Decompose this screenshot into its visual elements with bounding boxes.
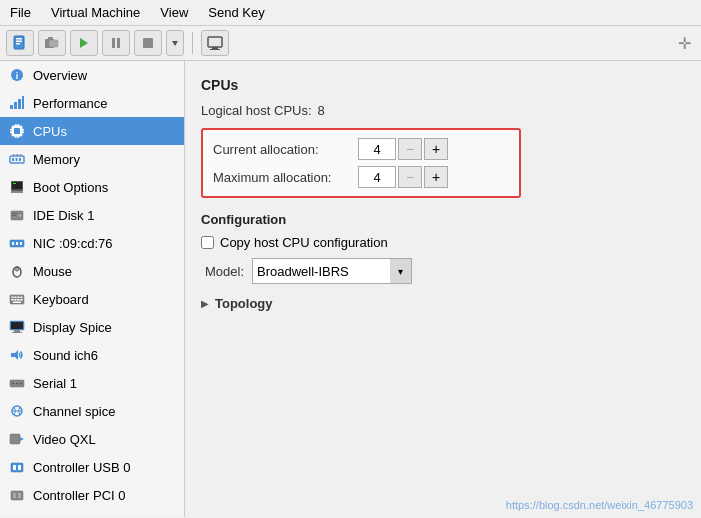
sidebar-label-keyboard: Keyboard (33, 292, 89, 307)
svg-rect-74 (10, 434, 20, 444)
sidebar-item-serial-1[interactable]: Serial 1 (0, 369, 184, 397)
model-select[interactable]: Broadwell-IBRS Haswell SandyBridge Westm… (252, 258, 412, 284)
pause-button[interactable] (102, 30, 130, 56)
current-allocation-label: Current allocation: (213, 142, 358, 157)
toolbar-separator-1 (192, 32, 193, 54)
allocation-box: Current allocation: − + Maximum allocati… (201, 128, 521, 198)
topology-arrow-icon: ▶ (201, 298, 209, 309)
svg-rect-65 (14, 330, 20, 332)
svg-marker-11 (172, 41, 178, 46)
svg-rect-79 (11, 491, 23, 500)
content-area: CPUs Logical host CPUs: 8 Current alloca… (185, 61, 701, 517)
svg-rect-9 (117, 38, 120, 48)
svg-rect-8 (112, 38, 115, 48)
svg-point-71 (20, 383, 22, 385)
stop-button[interactable] (134, 30, 162, 56)
model-row: Model: Broadwell-IBRS Haswell SandyBridg… (205, 258, 685, 284)
svg-rect-2 (16, 41, 22, 43)
open-button[interactable] (38, 30, 66, 56)
svg-rect-33 (16, 158, 18, 161)
sidebar-item-ide-disk-1[interactable]: IDE Disk 1 (0, 201, 184, 229)
controller-pci-icon (8, 486, 26, 504)
svg-rect-78 (18, 465, 21, 470)
copy-host-cpu-checkbox[interactable] (201, 236, 214, 249)
nic-icon (8, 234, 26, 252)
topology-row[interactable]: ▶ Topology (201, 296, 685, 311)
sidebar-item-boot-options[interactable]: Boot Options (0, 173, 184, 201)
sidebar-item-controller-usb-0[interactable]: Controller USB 0 (0, 453, 184, 481)
sidebar-label-controller-ide-0: Controller IDE 0 (33, 516, 125, 518)
svg-rect-19 (18, 99, 21, 109)
move-icon: ✛ (673, 32, 695, 54)
svg-point-43 (18, 214, 22, 218)
sidebar-item-nic[interactable]: NIC :09:cd:76 (0, 229, 184, 257)
maximum-allocation-increase[interactable]: + (424, 166, 448, 188)
sidebar-item-channel-spice[interactable]: Channel spice (0, 397, 184, 425)
sidebar-item-sound-ich6[interactable]: Sound ich6 (0, 341, 184, 369)
sidebar-item-overview[interactable]: i Overview (0, 61, 184, 89)
sidebar-item-keyboard[interactable]: Keyboard (0, 285, 184, 313)
configuration-section: Configuration Copy host CPU configuratio… (201, 212, 685, 284)
svg-rect-32 (12, 158, 14, 161)
video-qxl-icon (8, 430, 26, 448)
svg-rect-3 (16, 43, 20, 45)
menu-virtual-machine[interactable]: Virtual Machine (47, 3, 144, 22)
svg-marker-67 (11, 350, 18, 360)
menu-send-key[interactable]: Send Key (204, 3, 268, 22)
sidebar-item-controller-pci-0[interactable]: Controller PCI 0 (0, 481, 184, 509)
sidebar-item-video-qxl[interactable]: Video QXL (0, 425, 184, 453)
svg-rect-58 (12, 299, 14, 301)
svg-rect-57 (21, 297, 23, 299)
svg-rect-66 (12, 332, 22, 333)
svg-rect-25 (22, 129, 24, 131)
sidebar-item-memory[interactable]: Memory (0, 145, 184, 173)
svg-rect-48 (16, 242, 18, 245)
copy-host-cpu-label: Copy host CPU configuration (220, 235, 388, 250)
sidebar-label-performance: Performance (33, 96, 107, 111)
new-button[interactable] (6, 30, 34, 56)
svg-rect-45 (12, 215, 16, 216)
section-title: CPUs (201, 77, 685, 93)
svg-rect-26 (22, 132, 24, 134)
svg-rect-18 (14, 102, 17, 109)
logical-host-cpus-value: 8 (318, 103, 325, 118)
play-button[interactable] (70, 30, 98, 56)
sidebar-item-display-spice[interactable]: Display Spice (0, 313, 184, 341)
sound-icon (8, 346, 26, 364)
svg-rect-36 (17, 154, 19, 156)
menu-file[interactable]: File (6, 3, 35, 22)
svg-rect-28 (18, 124, 20, 126)
sidebar-label-memory: Memory (33, 152, 80, 167)
sidebar-item-performance[interactable]: Performance (0, 89, 184, 117)
current-allocation-decrease[interactable]: − (398, 138, 422, 160)
dropdown-button[interactable] (166, 30, 184, 56)
sidebar-item-controller-ide-0[interactable]: Controller IDE 0 (0, 509, 184, 517)
sidebar-label-serial-1: Serial 1 (33, 376, 77, 391)
svg-rect-54 (12, 297, 14, 299)
current-allocation-increase[interactable]: + (424, 138, 448, 160)
current-allocation-input[interactable] (358, 138, 396, 160)
svg-marker-7 (80, 38, 88, 48)
svg-point-69 (12, 383, 14, 385)
svg-rect-5 (48, 37, 53, 40)
svg-rect-22 (14, 128, 20, 134)
controller-usb-icon (8, 458, 26, 476)
display-button[interactable] (201, 30, 229, 56)
copy-host-cpu-row: Copy host CPU configuration (201, 235, 685, 250)
cpus-icon (8, 122, 26, 140)
toolbar: ✛ (0, 26, 701, 61)
maximum-allocation-input[interactable] (358, 166, 396, 188)
display-spice-icon (8, 318, 26, 336)
svg-rect-80 (13, 493, 16, 498)
configuration-title: Configuration (201, 212, 685, 227)
maximum-allocation-decrease[interactable]: − (398, 166, 422, 188)
mouse-icon (8, 262, 26, 280)
svg-rect-55 (15, 297, 17, 299)
svg-rect-77 (13, 465, 16, 470)
menu-view[interactable]: View (156, 3, 192, 22)
svg-rect-13 (212, 47, 218, 49)
sidebar-item-mouse[interactable]: Mouse (0, 257, 184, 285)
sidebar-item-cpus[interactable]: CPUs (0, 117, 184, 145)
svg-rect-60 (18, 299, 20, 301)
svg-rect-61 (21, 299, 23, 301)
